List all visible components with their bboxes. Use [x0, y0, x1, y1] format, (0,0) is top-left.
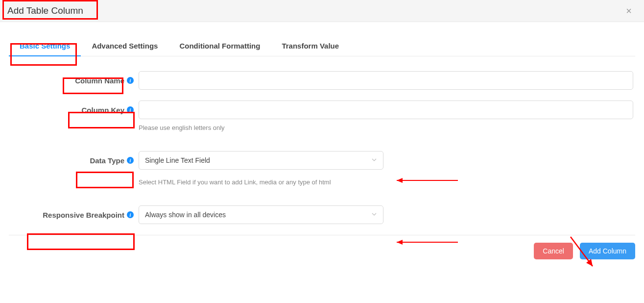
- control-column-name: [139, 71, 633, 90]
- help-data-type: Select HTML Field if you want to add Lin…: [139, 178, 633, 186]
- info-icon[interactable]: i: [127, 157, 134, 164]
- help-column-key: Please use english letters only: [139, 124, 633, 131]
- row-column-key: Column Key i Please use english letters …: [9, 101, 635, 131]
- tab-basic-settings[interactable]: Basic Settings: [9, 37, 81, 56]
- control-responsive-breakpoint: Always show in all devices: [139, 205, 633, 224]
- modal-footer: Cancel Add Column: [9, 235, 635, 267]
- add-column-button[interactable]: Add Column: [580, 243, 635, 259]
- row-data-type: Data Type i Single Line Text Field Selec…: [9, 151, 635, 186]
- tab-advanced-settings[interactable]: Advanced Settings: [81, 37, 168, 56]
- label-responsive-breakpoint-text: Responsive Breakpoint: [43, 211, 124, 219]
- label-data-type: Data Type i: [9, 151, 139, 170]
- chevron-down-icon: [371, 156, 377, 164]
- tabs-container: Basic Settings Advanced Settings Conditi…: [9, 37, 635, 56]
- form-container: Column Name i Column Key i Please use en…: [9, 56, 635, 224]
- chevron-down-icon: [371, 211, 377, 219]
- label-column-key: Column Key i: [9, 101, 139, 119]
- row-column-name: Column Name i: [9, 71, 635, 90]
- column-name-input[interactable]: [139, 71, 633, 90]
- label-column-key-text: Column Key: [81, 106, 124, 114]
- data-type-select[interactable]: Single Line Text Field: [139, 151, 383, 170]
- cancel-button[interactable]: Cancel: [534, 243, 573, 259]
- label-column-name-text: Column Name: [75, 76, 124, 85]
- control-data-type: Single Line Text Field Select HTML Field…: [139, 151, 633, 186]
- modal-body: Basic Settings Advanced Settings Conditi…: [0, 22, 644, 224]
- data-type-selected-value: Single Line Text Field: [145, 156, 210, 164]
- responsive-breakpoint-select[interactable]: Always show in all devices: [139, 205, 383, 224]
- label-data-type-text: Data Type: [90, 156, 124, 165]
- label-responsive-breakpoint: Responsive Breakpoint i: [9, 205, 139, 224]
- info-icon[interactable]: i: [127, 77, 134, 84]
- tab-transform-value[interactable]: Transform Value: [271, 37, 350, 56]
- modal-title: Add Table Column: [7, 5, 83, 16]
- responsive-breakpoint-selected-value: Always show in all devices: [145, 211, 226, 219]
- label-column-name: Column Name i: [9, 71, 139, 90]
- column-key-input[interactable]: [139, 101, 633, 119]
- info-icon[interactable]: i: [127, 106, 134, 113]
- close-icon[interactable]: ×: [626, 5, 637, 17]
- row-responsive-breakpoint: Responsive Breakpoint i Always show in a…: [9, 205, 635, 224]
- tab-conditional-formatting[interactable]: Conditional Formatting: [168, 37, 271, 56]
- info-icon[interactable]: i: [127, 211, 134, 218]
- control-column-key: Please use english letters only: [139, 101, 633, 131]
- modal-header: Add Table Column ×: [0, 0, 644, 22]
